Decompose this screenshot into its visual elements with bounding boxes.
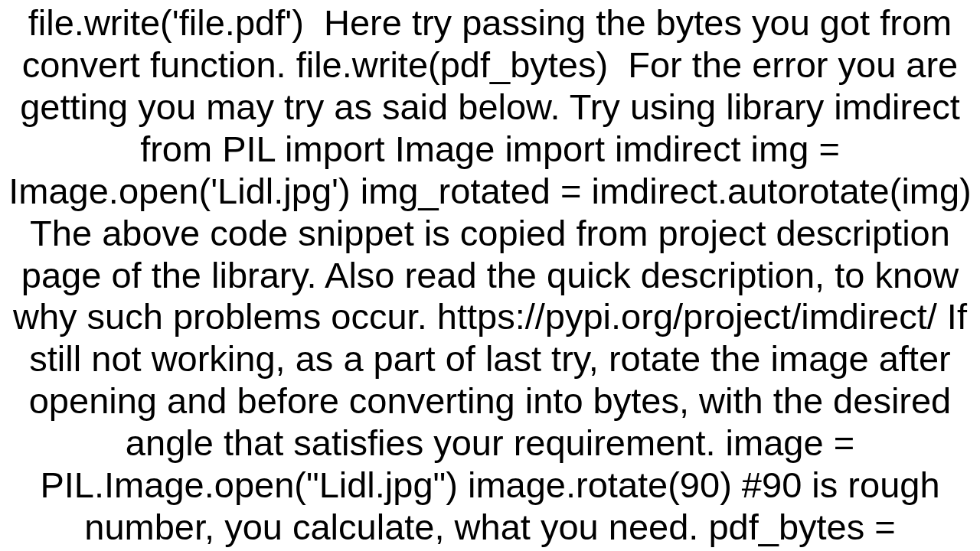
page-container: file.write('file.pdf') Here try passing … [0, 0, 980, 551]
answer-body-text: file.write('file.pdf') Here try passing … [8, 2, 972, 549]
